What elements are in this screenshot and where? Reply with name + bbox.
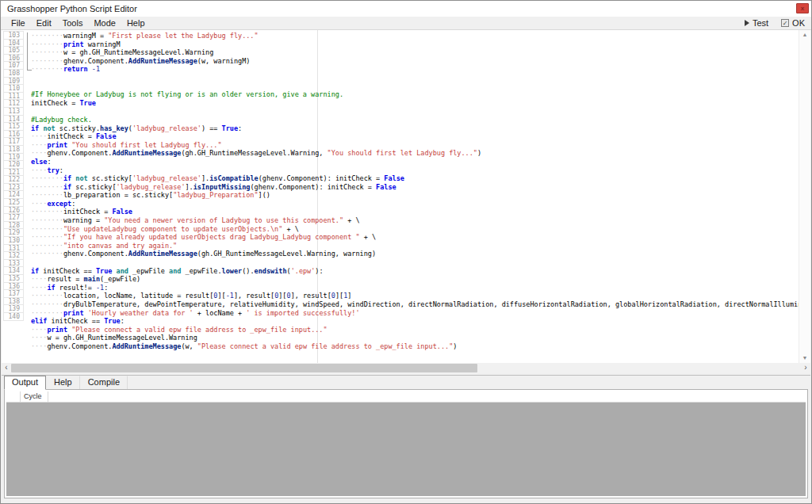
- code-token-num: -1: [96, 284, 104, 292]
- scroll-up-icon[interactable]: ▲: [799, 31, 810, 39]
- menu-file[interactable]: File: [6, 17, 30, 29]
- code-token-str: "ladybug_Preparation": [173, 191, 258, 199]
- code-token-str: 'ladybug_release': [132, 174, 201, 182]
- menu-edit[interactable]: Edit: [32, 17, 56, 29]
- menu-tools[interactable]: Tools: [58, 17, 88, 29]
- close-icon: x: [801, 5, 804, 12]
- code-token-txt: (gh.GH_RuntimeMessageLevel.Warning, warn…: [197, 250, 376, 258]
- tab-help[interactable]: Help: [46, 376, 80, 389]
- code-line-126: ········"Use updateLadybug component to …: [31, 225, 799, 234]
- code-token-ws: ····: [31, 334, 47, 342]
- code-token-ws: ········: [31, 216, 63, 224]
- code-token-ws: ········: [31, 300, 63, 308]
- code-token-txt: initCheck =: [47, 132, 95, 140]
- code-token-txt: + \: [360, 233, 376, 241]
- checkbox-check-icon: ✓: [781, 19, 789, 27]
- code-token-str: "Use updateLadybug component to update u…: [63, 225, 282, 233]
- code-token-fn: isInputMissing: [193, 183, 251, 191]
- code-line-132: ····result = main(_epwFile): [31, 275, 799, 284]
- code-token-ws: ········: [31, 57, 63, 65]
- code-token-txt: sc.sticky[: [88, 174, 132, 182]
- code-token-txt: ghenv.Component.: [47, 342, 112, 350]
- code-area[interactable]: ········warningM = "First please let the…: [31, 32, 799, 363]
- code-token-ws: ········: [31, 183, 63, 191]
- code-line-140: ····ghenv.Component.AddRuntimeMessage(w,…: [31, 342, 799, 351]
- code-token-str: "You need a newer version of Ladybug to …: [104, 216, 343, 224]
- code-token-op2: not: [43, 124, 55, 132]
- editor-vertical-scrollbar[interactable]: ▲ ▼: [799, 30, 810, 363]
- code-token-txt: w = gh.GH_RuntimeMessageLevel.Warning: [63, 48, 213, 56]
- code-token-str: "You should first let Ladybug fly...": [327, 149, 477, 157]
- code-token-txt: (_epwFile): [100, 275, 140, 283]
- scroll-right-icon[interactable]: ›: [801, 363, 810, 373]
- code-line-113: #Ladybug check.: [31, 116, 799, 124]
- code-token-txt: ):: [315, 267, 323, 275]
- code-token-txt: ][: [278, 292, 286, 300]
- code-token-txt: (ghenv.Component): initCheck =: [250, 183, 376, 191]
- code-token-txt: + \: [343, 216, 359, 224]
- grasshopper-python-script-editor-window: Grasshopper Python Script Editor x FileE…: [0, 0, 812, 504]
- code-line-137: elif initCheck == True:: [31, 317, 799, 326]
- menu-items: FileEditToolsModeHelp: [6, 17, 151, 29]
- horizontal-scrollbar-thumb[interactable]: [11, 364, 477, 372]
- code-token-txt: ().: [242, 267, 254, 275]
- code-token-ws: ····: [31, 284, 47, 292]
- close-button[interactable]: x: [796, 3, 809, 13]
- code-token-ws: ····: [31, 166, 47, 174]
- scroll-down-icon[interactable]: ▼: [799, 354, 810, 362]
- code-token-ws: ········: [31, 250, 63, 258]
- code-token-txt: initCheck =: [31, 99, 79, 107]
- code-line-135: ········dryBulbTemperature, dewPointTemp…: [31, 300, 799, 309]
- play-icon: [745, 20, 749, 26]
- menu-help[interactable]: Help: [122, 17, 150, 29]
- code-token-op2: and: [169, 267, 181, 275]
- code-token-kw: False: [96, 132, 117, 140]
- menu-mode[interactable]: Mode: [89, 17, 121, 29]
- code-line-120: ········if not sc.sticky['ladybug_releas…: [31, 174, 799, 183]
- tab-compile[interactable]: Compile: [80, 376, 128, 389]
- code-token-ws: ········: [31, 32, 63, 40]
- code-line-116: ····print "You should first let Ladybug …: [31, 141, 799, 150]
- code-token-fn: isCompatible: [209, 174, 258, 182]
- line-number-gutter[interactable]: 1031041051061071081091101111121131141151…: [3, 32, 24, 321]
- code-token-fn: has_key: [100, 124, 128, 132]
- code-token-txt: :: [238, 124, 242, 132]
- test-button[interactable]: Test: [745, 18, 768, 28]
- code-token-ws: ····: [31, 141, 47, 149]
- code-line-130: [31, 258, 799, 267]
- code-line-104: ········print warningM: [31, 40, 799, 49]
- code-token-kw: return: [63, 65, 88, 73]
- code-token-txt: initCheck =: [63, 208, 112, 216]
- code-line-115: ····initCheck = False: [31, 132, 799, 141]
- code-line-110: #If Honeybee or Ladybug is not flying or…: [31, 90, 799, 99]
- code-token-kw: True: [96, 267, 112, 275]
- code-token-kw: print: [47, 326, 67, 334]
- ok-button[interactable]: ✓ OK: [781, 18, 805, 28]
- code-line-129: ········ghenv.Component.AddRuntimeMessag…: [31, 250, 799, 258]
- code-token-kw: True: [104, 317, 120, 325]
- code-token-ws: ········: [31, 174, 63, 182]
- code-line-133: ····if result!= -1:: [31, 284, 799, 292]
- code-token-txt: dryBulbTemperature, dewPointTemperature,…: [63, 300, 799, 308]
- title-bar[interactable]: Grasshopper Python Script Editor x: [1, 1, 811, 17]
- code-token-txt: :: [104, 284, 108, 292]
- code-token-txt: :: [47, 158, 51, 166]
- code-token-txt: initCheck ==: [47, 317, 104, 325]
- code-token-txt: (w, warningM): [197, 57, 251, 65]
- code-token-str: "Please connect a valid epw file address…: [71, 326, 327, 334]
- editor-horizontal-scrollbar[interactable]: ‹ ›: [2, 363, 810, 373]
- code-token-txt: ].: [186, 183, 193, 191]
- tab-output[interactable]: Output: [4, 376, 46, 390]
- code-token-op2: not: [75, 174, 87, 182]
- cycle-column-header[interactable]: Cycle: [20, 391, 48, 402]
- code-token-ws: ········: [31, 233, 63, 241]
- code-token-str: "If you have already updated userObjects…: [63, 233, 360, 241]
- code-line-107: ········return -1: [31, 65, 799, 74]
- code-token-kw: try: [47, 166, 59, 174]
- code-token-fn: AddRuntimeMessage: [112, 149, 181, 157]
- code-token-cmt: #Ladybug check.: [31, 116, 92, 124]
- line-number[interactable]: 140: [3, 312, 24, 321]
- code-token-txt: ].: [201, 174, 209, 182]
- scroll-left-icon[interactable]: ‹: [2, 363, 11, 373]
- code-editor[interactable]: 1031041051061071081091101111121131141151…: [2, 30, 810, 363]
